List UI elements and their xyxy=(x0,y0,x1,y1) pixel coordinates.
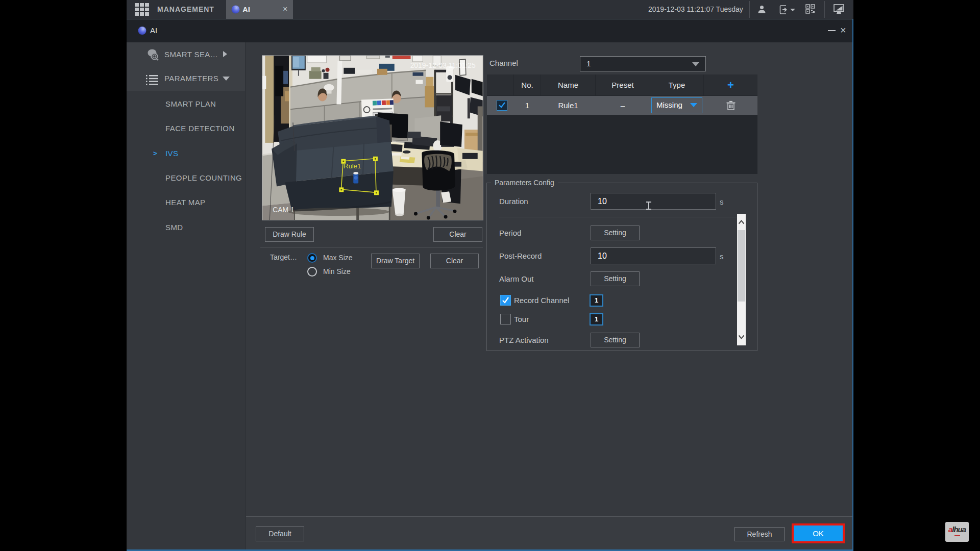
svg-text:CAM 1: CAM 1 xyxy=(273,206,295,214)
svg-text:Rule1: Rule1 xyxy=(344,162,361,170)
svg-text:2019-12-03 11:01:25: 2019-12-03 11:01:25 xyxy=(410,61,476,69)
